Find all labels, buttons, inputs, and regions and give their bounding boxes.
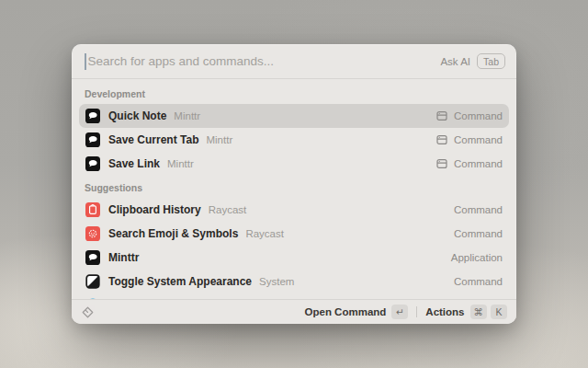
item-type-label: Command [454, 134, 503, 145]
item-type-label: Command [454, 204, 503, 215]
item-title: Search Emoji & Symbols [108, 227, 238, 240]
item-title: Save Current Tab [108, 133, 198, 146]
footer-divider [416, 306, 417, 317]
minttr-icon [85, 132, 100, 147]
item-type-label: Command [454, 276, 503, 287]
search-input[interactable] [88, 54, 441, 68]
minttr-icon [85, 109, 100, 123]
k-key-badge: K [491, 305, 507, 319]
list-item-minttr-app[interactable]: Minttr Application [79, 246, 509, 270]
minttr-icon [85, 250, 100, 265]
ask-ai-label[interactable]: Ask AI [440, 56, 470, 67]
raycast-logo-icon [81, 305, 95, 319]
item-subtitle: System [259, 276, 294, 287]
minttr-icon [85, 156, 100, 171]
actions-label: Actions [425, 306, 464, 317]
item-type-label: Application [451, 252, 503, 263]
search-bar: Ask AI Tab [72, 44, 516, 79]
action-bar: Open Command ↵ Actions ⌘ K [72, 299, 516, 324]
return-key-badge: ↵ [391, 305, 408, 319]
item-title: Clipboard History [108, 203, 201, 216]
appearance-icon [85, 274, 100, 289]
item-type-label: Command [454, 228, 503, 239]
emoji-icon [85, 226, 100, 241]
item-title: Toggle System Appearance [108, 275, 252, 288]
item-type-label: Command [454, 110, 503, 121]
list-item-clipboard-history[interactable]: Clipboard History Raycast Command [79, 198, 509, 222]
item-subtitle: Minttr [206, 134, 232, 145]
section-label-development: Development [79, 82, 509, 104]
text-cursor [85, 53, 86, 70]
item-subtitle: Minttr [174, 110, 200, 121]
tab-key-badge: Tab [477, 53, 505, 69]
item-subtitle: Raycast [209, 204, 247, 215]
item-title: Save Link [108, 157, 160, 170]
item-type-label: Command [454, 158, 503, 169]
item-subtitle: Raycast [245, 228, 284, 239]
open-command-label: Open Command [305, 306, 387, 317]
command-key-badge: ⌘ [470, 305, 488, 319]
raycast-launcher-window: Ask AI Tab Development Quick Note Minttr… [72, 44, 516, 324]
item-title: Quick Note [108, 109, 166, 122]
list-item-save-link[interactable]: Save Link Minttr Command [79, 152, 509, 176]
section-label-suggestions: Suggestions [79, 176, 509, 198]
command-window-icon [435, 109, 448, 122]
item-subtitle: Minttr [167, 158, 194, 169]
list-item-search-emoji-symbols[interactable]: Search Emoji & Symbols Raycast Command [79, 222, 509, 246]
command-window-icon [435, 157, 448, 170]
clipboard-icon [85, 202, 100, 217]
list-item-toggle-system-appearance[interactable]: Toggle System Appearance System Command [79, 270, 509, 293]
command-window-icon [435, 133, 448, 146]
open-command-button[interactable]: Open Command ↵ [305, 305, 409, 319]
list-item-quick-note[interactable]: Quick Note Minttr Command [79, 104, 509, 128]
list-item-save-current-tab[interactable]: Save Current Tab Minttr Command [79, 128, 509, 152]
actions-button[interactable]: Actions ⌘ K [425, 305, 507, 319]
desktop-background: Ask AI Tab Development Quick Note Minttr… [0, 0, 588, 368]
item-title: Minttr [108, 251, 139, 264]
results-list: Development Quick Note Minttr Command Sa… [72, 79, 516, 299]
